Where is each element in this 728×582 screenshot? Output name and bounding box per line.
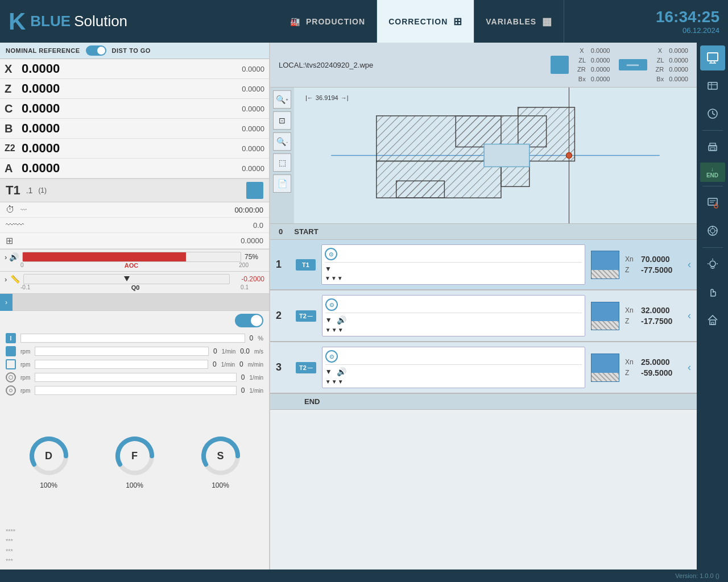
version-bar: Version: 1.0.0 () <box>0 569 728 582</box>
op-2-xz-vals: Xn 32.0000 Z -17.7500 <box>625 306 682 326</box>
op-2-num: 2 <box>276 310 290 322</box>
copy-button[interactable]: 📄 <box>273 174 291 193</box>
gauge-d: D 100% <box>26 433 72 489</box>
op-3-mid-row: ▼ 🔊 <box>325 367 582 376</box>
op-2-tool-visual <box>591 302 619 330</box>
axis-value-a: 0.0000 <box>17 159 85 178</box>
aoc-max: 200 <box>239 262 249 269</box>
op-1-tool-badge: T1 <box>296 259 316 271</box>
spindle-2-unit1: 1/min <box>221 361 235 368</box>
rs-end-button[interactable]: ↓ END <box>700 163 725 182</box>
main-toggle[interactable] <box>235 314 263 327</box>
op-3-tool-badge: T2 — <box>296 362 316 373</box>
rs-divider-1 <box>702 130 723 131</box>
gauge-d-circle: D <box>26 433 72 479</box>
chevron-icon-q0: › <box>5 275 7 284</box>
op-1-chevron[interactable]: ‹ <box>688 259 691 271</box>
op-2-tool-label: T2 <box>299 313 307 319</box>
op-1-tool-icon <box>591 251 619 279</box>
op-2-chevron[interactable]: ‹ <box>688 310 691 322</box>
grid-icon: ⊞ <box>6 235 13 246</box>
axes-table: X 0.0000 0.0000 Z 0.0000 0.0000 C 0.0000… <box>0 59 269 179</box>
op-row-3[interactable]: 3 T2 — ⊙ ▼ 🔊 ▼▼▼ <box>270 342 697 394</box>
spindle-2-val2: 0 <box>239 360 243 368</box>
rs-icon-clock[interactable] <box>700 101 725 126</box>
op-1-tool-visual <box>591 251 619 279</box>
file-val-x: 0.0000 <box>591 47 610 54</box>
rs-icon-home[interactable] <box>700 307 725 332</box>
file-val-x2: 0.0000 <box>669 47 688 54</box>
svg-point-36 <box>710 228 715 233</box>
op-2-sound-icon: 🔊 <box>337 315 346 325</box>
stars-row-1: **** <box>6 527 263 537</box>
tab-correction[interactable]: CORRECTION ⊞ <box>377 0 474 43</box>
wave-icon: 〰〰 <box>6 220 24 230</box>
file-val-zl: 0.0000 <box>591 57 610 64</box>
op-row-1[interactable]: 1 T1 ⊙ ▼ ▼▼▼ <box>270 240 697 290</box>
tool-canvas: |← 36.9194 →| <box>294 88 697 223</box>
rs-icon-print[interactable] <box>700 135 725 160</box>
spindle-2-icon <box>6 359 16 369</box>
measure-value: 36.9194 <box>316 94 338 101</box>
zoom-in-button[interactable]: 🔍+ <box>273 90 291 109</box>
frame-button[interactable]: ⬚ <box>273 153 291 172</box>
aoc-min: 0 <box>20 262 24 269</box>
rs-icon-gesture[interactable] <box>700 280 725 305</box>
gauge-section: D 100% F 100% <box>0 398 269 524</box>
file-path: LOCAL:\tvs20240920_2.wpe <box>279 61 542 69</box>
tab-production[interactable]: 🏭 PRODUCTION <box>279 0 377 43</box>
logo-k-letter: K <box>9 8 26 35</box>
axis-label-c: C <box>0 99 17 119</box>
op-2-top: ⊙ <box>325 298 582 313</box>
axis-dist-z: 0.0000 <box>85 79 269 99</box>
op-2-z-row: Z -17.7500 <box>625 317 682 326</box>
op-1-num: 1 <box>276 259 290 271</box>
op-3-xz-vals: Xn 25.0000 Z -59.5000 <box>625 357 682 377</box>
op-2-z-value: -17.7500 <box>641 317 672 326</box>
q0-slider[interactable] <box>23 274 230 284</box>
rs-icon-temp[interactable] <box>700 190 725 215</box>
fit-view-button[interactable]: ⊡ <box>273 111 291 130</box>
tab-variables[interactable]: VARIABLES ▦ <box>474 0 564 43</box>
gauge-s-letter: S <box>217 450 224 462</box>
op-2-tri-arrows: ▼▼▼ <box>325 327 344 333</box>
spindle-1-val1: 0 <box>213 347 217 355</box>
stars-row-3: *** <box>6 547 263 557</box>
file-bar: LOCAL:\tvs20240920_2.wpe X 0.0000 ZL 0.0… <box>270 43 697 88</box>
rs-icon-light[interactable] <box>700 252 725 277</box>
stars-row-4: *** <box>6 556 263 567</box>
q0-section: › 📏 -0.2000 -0.1 Q0 0.1 <box>0 272 269 294</box>
op-3-arrow: ▼ <box>325 368 332 376</box>
op-2-xn-label: Xn <box>625 306 636 314</box>
file-val-zr: 0.0000 <box>591 66 610 73</box>
aoc-label: AOC <box>125 262 138 269</box>
op-3-z-label: Z <box>625 369 636 377</box>
op-3-chevron[interactable]: ‹ <box>688 361 691 373</box>
q0-value: -0.2000 <box>233 275 264 283</box>
rs-icon-schedule[interactable] <box>700 218 725 243</box>
rs-end-arrow: ↓ <box>711 166 714 172</box>
axis-dist-b: 0.0000 <box>85 119 269 139</box>
op-3-tri-arrows: ▼▼▼ <box>325 379 344 385</box>
rs-icon-display[interactable] <box>700 45 725 70</box>
spindle-section: I 0 % rpm 0 1/min 0.0 m/s rpm 0 1/min 0 <box>0 330 269 398</box>
gauge-f-circle: F <box>112 433 158 479</box>
axis-dist-a: 0.0000 <box>85 159 269 178</box>
gauge-f-letter: F <box>131 450 138 462</box>
rs-icon-tool[interactable] <box>700 73 725 98</box>
nominal-ref-toggle[interactable] <box>86 45 106 56</box>
op-3-xn-label: Xn <box>625 358 636 366</box>
tool-preview-area: 🔍+ ⊡ 🔍- ⬚ 📄 |← 36.9194 →| <box>270 88 697 224</box>
t1-sub1: .1 <box>26 186 33 195</box>
expand-button[interactable]: › <box>0 294 13 311</box>
op-row-2[interactable]: 2 T2 — ⊙ ▼ 🔊 ▼▼▼ <box>270 290 697 342</box>
file-tool-icon <box>551 56 569 74</box>
svg-rect-14 <box>396 181 445 198</box>
op-3-tool-label: T2 <box>299 364 307 371</box>
axis-label-a: A <box>0 159 17 178</box>
rs-end-label: END <box>706 172 718 178</box>
zoom-out-button[interactable]: 🔍- <box>273 132 291 151</box>
info-rows: ⏱ 〰 00:00:00 〰〰 0.0 ⊞ 0.0000 <box>0 202 269 250</box>
q0-max: 0.1 <box>241 284 249 291</box>
op-1-circle-icon: ⊙ <box>325 248 337 260</box>
